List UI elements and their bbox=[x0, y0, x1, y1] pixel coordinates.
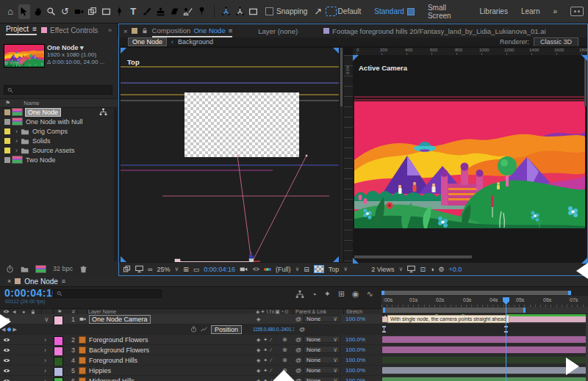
project-item-name[interactable]: Source Assets bbox=[32, 147, 75, 154]
work-area-bar[interactable] bbox=[381, 307, 588, 313]
layer-label-chip[interactable] bbox=[54, 377, 63, 381]
tab-layer[interactable]: Layer (none) bbox=[258, 27, 298, 35]
overlay-arrow-mid-right[interactable] bbox=[576, 263, 588, 279]
camera-wireframe[interactable] bbox=[121, 48, 339, 262]
project-item-name[interactable]: Two Node bbox=[26, 156, 56, 164]
close-icon[interactable]: × bbox=[123, 27, 128, 35]
eye-icon[interactable] bbox=[3, 376, 10, 381]
primary-viewer-icon[interactable] bbox=[135, 265, 143, 273]
comp-flowchart-icon[interactable] bbox=[295, 290, 304, 299]
workspace-search-icon[interactable] bbox=[570, 7, 584, 16]
parent-dropdown[interactable]: None∨ bbox=[304, 346, 340, 353]
pickwhip-icon[interactable]: @ bbox=[299, 324, 305, 334]
layer-switches[interactable]: ◈ ✦ ∕ bbox=[257, 345, 272, 355]
view-layout-dropdown-icon[interactable]: ∨ bbox=[399, 266, 404, 272]
resolution-value[interactable]: (Full) bbox=[276, 266, 291, 273]
eye-icon[interactable] bbox=[3, 345, 10, 355]
parent-dropdown[interactable]: None∨ bbox=[304, 377, 340, 381]
top-viewport[interactable]: Top bbox=[121, 48, 339, 262]
property-track[interactable] bbox=[382, 324, 586, 334]
layer-row[interactable]: › 4 Foreground Hills ◈ ✦ ∕ ⊕ @ None∨ 100… bbox=[0, 355, 588, 366]
3d-switch-icon[interactable]: ⊕ bbox=[282, 355, 287, 365]
property-name[interactable]: Position bbox=[211, 325, 242, 334]
3d-switch-icon[interactable]: ⊕ bbox=[282, 345, 287, 355]
world-axis-mode-icon[interactable] bbox=[234, 4, 246, 19]
parent-dropdown[interactable]: None∨ bbox=[304, 366, 340, 374]
clone-stamp-tool-icon[interactable] bbox=[154, 4, 167, 19]
show-snapshot-icon[interactable] bbox=[252, 265, 260, 273]
layer-track[interactable] bbox=[382, 335, 586, 344]
expand-arrow-icon[interactable]: › bbox=[13, 128, 20, 135]
layer-name[interactable]: Foreground Flowers bbox=[89, 335, 148, 344]
layer-name[interactable]: Background Flowers bbox=[89, 345, 149, 355]
breadcrumb-back-icon[interactable]: ‹ bbox=[171, 38, 173, 46]
layer-name-column-header[interactable]: Layer Name bbox=[88, 309, 116, 314]
new-composition-icon[interactable] bbox=[35, 265, 46, 273]
layer-duration-bar[interactable] bbox=[382, 346, 586, 353]
workspace-default[interactable]: Default bbox=[338, 7, 362, 15]
show-channels-icon[interactable] bbox=[265, 268, 271, 271]
home-icon[interactable]: ⌂ bbox=[4, 4, 17, 19]
viewport-vscrollbar[interactable] bbox=[584, 55, 587, 106]
stretch-column-header[interactable]: Stretch bbox=[346, 309, 362, 314]
pickwhip-icon[interactable]: @ bbox=[295, 335, 301, 344]
project-item-name[interactable]: One Node with Null bbox=[26, 118, 83, 126]
label-chip[interactable] bbox=[4, 109, 10, 115]
motion-blur-icon[interactable]: ◉ bbox=[352, 289, 359, 299]
tabs-overflow-icon[interactable]: » bbox=[108, 26, 112, 34]
stopwatch-icon[interactable] bbox=[190, 324, 197, 334]
workspace-overflow-icon[interactable]: » bbox=[553, 7, 558, 15]
pen-tool-icon[interactable] bbox=[114, 4, 126, 19]
label-chip[interactable] bbox=[4, 138, 10, 144]
local-axis-mode-icon[interactable] bbox=[220, 4, 232, 19]
snapshot-icon[interactable] bbox=[240, 265, 248, 273]
breadcrumb-parent[interactable]: Background bbox=[178, 38, 213, 46]
pickwhip-icon[interactable]: @ bbox=[295, 314, 301, 324]
stretch-value[interactable]: 100.0% bbox=[345, 345, 365, 355]
target-region-icon[interactable]: ⊟ bbox=[304, 266, 309, 273]
timeline-search-input[interactable] bbox=[53, 289, 162, 298]
pickwhip-icon[interactable]: @ bbox=[295, 366, 301, 375]
pickwhip-icon[interactable]: @ bbox=[295, 355, 301, 365]
type-tool-icon[interactable]: T bbox=[127, 4, 140, 19]
layer-row[interactable]: ∨ 1 One Node Camera ◈ @ None∨ 100.0% Wit… bbox=[0, 314, 588, 324]
exposure-gear-icon[interactable]: ⚙ bbox=[438, 266, 444, 273]
hide-shy-layers-icon[interactable]: ✦ bbox=[324, 289, 331, 299]
shape-tool-icon[interactable] bbox=[100, 4, 112, 19]
next-keyframe-icon[interactable]: ▶ bbox=[13, 327, 17, 333]
number-column-header[interactable]: # bbox=[72, 309, 75, 314]
expand-arrow-icon[interactable]: › bbox=[44, 335, 46, 344]
label-chip[interactable] bbox=[4, 148, 10, 153]
view-menu-dropdown-icon[interactable]: ∨ bbox=[343, 266, 348, 272]
solo-column-icon[interactable]: ● bbox=[22, 309, 25, 314]
layer-duration-bar[interactable] bbox=[382, 336, 586, 343]
caret-down-icon[interactable]: ▾ bbox=[80, 44, 84, 51]
pickwhip-icon[interactable]: @ bbox=[295, 345, 301, 355]
layer-duration-bar[interactable] bbox=[382, 357, 586, 363]
lock-icon[interactable] bbox=[141, 27, 148, 35]
tab-composition[interactable]: Composition One Node ≡ bbox=[152, 24, 233, 37]
comp-marker-text[interactable]: With single node, the camera points stra… bbox=[387, 315, 509, 323]
magnification-value[interactable]: 25% bbox=[157, 266, 170, 273]
layer-name[interactable]: Hippies bbox=[89, 366, 111, 375]
viewport-vertical-scrollbar[interactable] bbox=[340, 48, 343, 262]
label-chip[interactable] bbox=[4, 157, 10, 163]
magnification-dropdown-icon[interactable]: ∨ bbox=[174, 266, 179, 272]
keyframe[interactable] bbox=[382, 326, 386, 333]
grid-guides-icon[interactable]: ⊞ bbox=[183, 266, 189, 273]
stretch-value[interactable]: 100.0% bbox=[345, 355, 365, 365]
resolution-dropdown-icon[interactable]: ∨ bbox=[295, 266, 299, 272]
pan-behind-tool-icon[interactable] bbox=[86, 4, 98, 19]
color-depth-label[interactable]: 32 bpc bbox=[53, 265, 73, 272]
project-item-name[interactable]: Solids bbox=[32, 137, 51, 145]
snapping-checkbox[interactable] bbox=[265, 7, 273, 15]
view-menu-value[interactable]: Top bbox=[329, 266, 340, 273]
project-search-input[interactable] bbox=[4, 85, 112, 95]
panel-menu-icon[interactable]: ≡ bbox=[32, 25, 37, 33]
overlay-arrow-bottom[interactable] bbox=[273, 370, 295, 381]
expand-arrow-icon[interactable]: › bbox=[44, 376, 46, 381]
exposure-value[interactable]: +0.0 bbox=[448, 266, 462, 273]
selection-bounds-icon[interactable] bbox=[326, 7, 337, 16]
workspace-libraries[interactable]: Libraries bbox=[480, 7, 508, 15]
layer-switches[interactable]: ◈ ✦ ∕ bbox=[257, 376, 272, 381]
